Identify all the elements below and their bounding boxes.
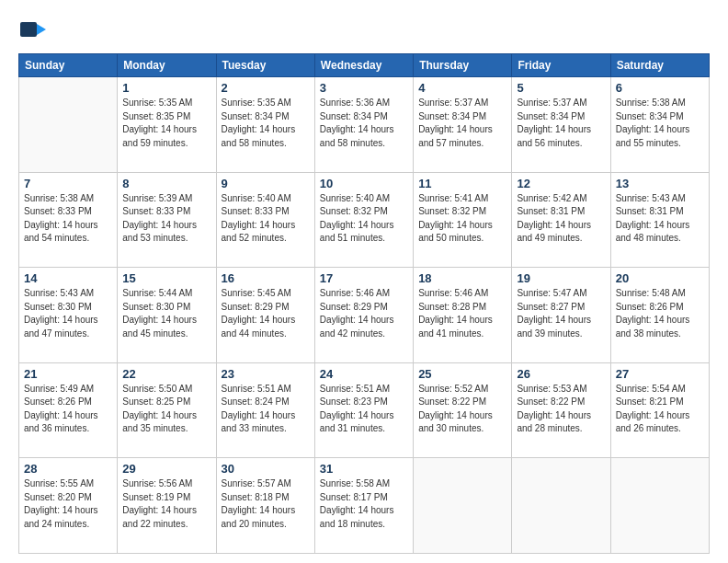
day-info: Sunrise: 5:37 AM Sunset: 8:34 PM Dayligh…: [517, 97, 605, 150]
day-info: Sunrise: 5:38 AM Sunset: 8:33 PM Dayligh…: [24, 192, 112, 246]
calendar-cell: 11Sunrise: 5:41 AM Sunset: 8:32 PM Dayli…: [414, 172, 512, 268]
logo-icon: [18, 15, 48, 44]
calendar-week-3: 14Sunrise: 5:43 AM Sunset: 8:30 PM Dayli…: [19, 268, 710, 363]
day-number: 25: [418, 367, 506, 381]
calendar-cell: 24Sunrise: 5:51 AM Sunset: 8:23 PM Dayli…: [314, 362, 413, 458]
day-number: 17: [320, 271, 408, 285]
day-info: Sunrise: 5:40 AM Sunset: 8:33 PM Dayligh…: [222, 192, 310, 246]
day-number: 23: [222, 367, 310, 381]
calendar-cell: [19, 77, 118, 173]
day-number: 26: [517, 367, 605, 381]
day-number: 5: [517, 81, 605, 95]
day-info: Sunrise: 5:35 AM Sunset: 8:34 PM Dayligh…: [222, 97, 310, 150]
day-info: Sunrise: 5:48 AM Sunset: 8:26 PM Dayligh…: [616, 287, 704, 340]
day-info: Sunrise: 5:43 AM Sunset: 8:31 PM Dayligh…: [616, 192, 704, 246]
calendar-cell: 26Sunrise: 5:53 AM Sunset: 8:22 PM Dayli…: [512, 362, 610, 458]
day-info: Sunrise: 5:55 AM Sunset: 8:20 PM Dayligh…: [24, 477, 112, 531]
calendar-cell: 27Sunrise: 5:54 AM Sunset: 8:21 PM Dayli…: [610, 362, 709, 458]
day-info: Sunrise: 5:42 AM Sunset: 8:31 PM Dayligh…: [517, 192, 605, 246]
calendar-header-saturday: Saturday: [610, 54, 709, 77]
day-number: 1: [122, 81, 210, 95]
calendar-cell: 6Sunrise: 5:38 AM Sunset: 8:34 PM Daylig…: [610, 77, 709, 173]
calendar-cell: 4Sunrise: 5:37 AM Sunset: 8:34 PM Daylig…: [414, 77, 512, 173]
calendar-cell: 16Sunrise: 5:45 AM Sunset: 8:29 PM Dayli…: [216, 268, 314, 363]
calendar-cell: 5Sunrise: 5:37 AM Sunset: 8:34 PM Daylig…: [512, 77, 610, 173]
day-number: 6: [616, 81, 704, 95]
calendar-cell: 20Sunrise: 5:48 AM Sunset: 8:26 PM Dayli…: [610, 268, 709, 363]
calendar-cell: 1Sunrise: 5:35 AM Sunset: 8:35 PM Daylig…: [118, 77, 216, 173]
calendar-cell: 3Sunrise: 5:36 AM Sunset: 8:34 PM Daylig…: [314, 77, 413, 173]
day-info: Sunrise: 5:50 AM Sunset: 8:25 PM Dayligh…: [122, 383, 210, 436]
page: SundayMondayTuesdayWednesdayThursdayFrid…: [0, 0, 728, 563]
day-number: 3: [320, 81, 408, 95]
day-info: Sunrise: 5:46 AM Sunset: 8:28 PM Dayligh…: [418, 287, 506, 340]
calendar-header-monday: Monday: [118, 54, 216, 77]
calendar-cell: 25Sunrise: 5:52 AM Sunset: 8:22 PM Dayli…: [414, 362, 512, 458]
calendar-cell: 17Sunrise: 5:46 AM Sunset: 8:29 PM Dayli…: [314, 268, 413, 363]
calendar-cell: 14Sunrise: 5:43 AM Sunset: 8:30 PM Dayli…: [19, 268, 118, 363]
day-number: 30: [222, 462, 310, 476]
day-info: Sunrise: 5:46 AM Sunset: 8:29 PM Dayligh…: [320, 287, 408, 340]
calendar-header-thursday: Thursday: [414, 54, 512, 77]
calendar-cell: 31Sunrise: 5:58 AM Sunset: 8:17 PM Dayli…: [314, 458, 413, 554]
day-number: 8: [122, 177, 210, 190]
calendar-cell: 21Sunrise: 5:49 AM Sunset: 8:26 PM Dayli…: [19, 362, 118, 458]
calendar-cell: [512, 458, 610, 554]
calendar-cell: 23Sunrise: 5:51 AM Sunset: 8:24 PM Dayli…: [216, 362, 314, 458]
day-info: Sunrise: 5:39 AM Sunset: 8:33 PM Dayligh…: [122, 192, 210, 246]
calendar-table: SundayMondayTuesdayWednesdayThursdayFrid…: [18, 53, 710, 554]
day-info: Sunrise: 5:47 AM Sunset: 8:27 PM Dayligh…: [517, 287, 605, 340]
day-number: 21: [24, 367, 112, 381]
calendar-week-1: 1Sunrise: 5:35 AM Sunset: 8:35 PM Daylig…: [19, 77, 710, 173]
day-info: Sunrise: 5:44 AM Sunset: 8:30 PM Dayligh…: [122, 287, 210, 340]
calendar-cell: 7Sunrise: 5:38 AM Sunset: 8:33 PM Daylig…: [19, 172, 118, 268]
day-number: 18: [418, 271, 506, 285]
day-number: 29: [122, 462, 210, 476]
calendar-cell: [414, 458, 512, 554]
day-number: 9: [222, 177, 310, 190]
day-info: Sunrise: 5:38 AM Sunset: 8:34 PM Dayligh…: [616, 97, 704, 150]
day-info: Sunrise: 5:51 AM Sunset: 8:23 PM Dayligh…: [320, 383, 408, 436]
day-info: Sunrise: 5:57 AM Sunset: 8:18 PM Dayligh…: [222, 477, 310, 531]
day-number: 7: [24, 177, 112, 190]
calendar-cell: 13Sunrise: 5:43 AM Sunset: 8:31 PM Dayli…: [610, 172, 709, 268]
calendar-cell: 2Sunrise: 5:35 AM Sunset: 8:34 PM Daylig…: [216, 77, 314, 173]
calendar-cell: 30Sunrise: 5:57 AM Sunset: 8:18 PM Dayli…: [216, 458, 314, 554]
calendar-header-friday: Friday: [512, 54, 610, 77]
day-number: 19: [517, 271, 605, 285]
day-info: Sunrise: 5:35 AM Sunset: 8:35 PM Dayligh…: [122, 97, 210, 150]
calendar-header-tuesday: Tuesday: [216, 54, 314, 77]
day-info: Sunrise: 5:49 AM Sunset: 8:26 PM Dayligh…: [24, 383, 112, 436]
day-info: Sunrise: 5:43 AM Sunset: 8:30 PM Dayligh…: [24, 287, 112, 340]
day-number: 28: [24, 462, 112, 476]
calendar-week-5: 28Sunrise: 5:55 AM Sunset: 8:20 PM Dayli…: [19, 458, 710, 554]
day-info: Sunrise: 5:40 AM Sunset: 8:32 PM Dayligh…: [320, 192, 408, 246]
calendar-cell: 28Sunrise: 5:55 AM Sunset: 8:20 PM Dayli…: [19, 458, 118, 554]
day-number: 22: [122, 367, 210, 381]
day-number: 11: [418, 177, 506, 190]
day-number: 16: [222, 271, 310, 285]
calendar-cell: 10Sunrise: 5:40 AM Sunset: 8:32 PM Dayli…: [314, 172, 413, 268]
calendar-header-wednesday: Wednesday: [314, 54, 413, 77]
day-info: Sunrise: 5:52 AM Sunset: 8:22 PM Dayligh…: [418, 383, 506, 436]
day-info: Sunrise: 5:45 AM Sunset: 8:29 PM Dayligh…: [222, 287, 310, 340]
day-info: Sunrise: 5:51 AM Sunset: 8:24 PM Dayligh…: [222, 383, 310, 436]
calendar-cell: 19Sunrise: 5:47 AM Sunset: 8:27 PM Dayli…: [512, 268, 610, 363]
calendar-cell: 12Sunrise: 5:42 AM Sunset: 8:31 PM Dayli…: [512, 172, 610, 268]
day-number: 31: [320, 462, 408, 476]
calendar-week-2: 7Sunrise: 5:38 AM Sunset: 8:33 PM Daylig…: [19, 172, 710, 268]
calendar-cell: 29Sunrise: 5:56 AM Sunset: 8:19 PM Dayli…: [118, 458, 216, 554]
calendar-header-row: SundayMondayTuesdayWednesdayThursdayFrid…: [19, 54, 710, 77]
day-number: 15: [122, 271, 210, 285]
svg-rect-0: [20, 22, 37, 37]
day-info: Sunrise: 5:36 AM Sunset: 8:34 PM Dayligh…: [320, 97, 408, 150]
day-number: 24: [320, 367, 408, 381]
day-info: Sunrise: 5:53 AM Sunset: 8:22 PM Dayligh…: [517, 383, 605, 436]
calendar-cell: [610, 458, 709, 554]
day-number: 14: [24, 271, 112, 285]
day-info: Sunrise: 5:41 AM Sunset: 8:32 PM Dayligh…: [418, 192, 506, 246]
header: [18, 15, 710, 44]
day-info: Sunrise: 5:37 AM Sunset: 8:34 PM Dayligh…: [418, 97, 506, 150]
day-number: 12: [517, 177, 605, 190]
calendar-cell: 22Sunrise: 5:50 AM Sunset: 8:25 PM Dayli…: [118, 362, 216, 458]
